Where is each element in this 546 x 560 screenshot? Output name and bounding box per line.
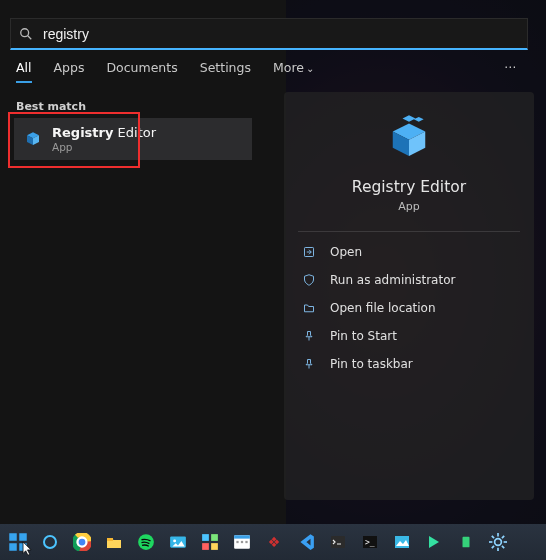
action-label: Open <box>330 245 362 259</box>
tab-apps[interactable]: Apps <box>54 60 85 83</box>
action-open[interactable]: Open <box>284 238 534 266</box>
action-run-as-administrator[interactable]: Run as administrator <box>284 266 534 294</box>
vscode-icon[interactable] <box>294 530 318 554</box>
tab-settings[interactable]: Settings <box>200 60 251 83</box>
open-icon <box>302 245 316 259</box>
svg-line-1 <box>28 35 32 39</box>
svg-line-44 <box>492 536 494 538</box>
svg-point-0 <box>21 28 29 36</box>
settings-icon[interactable] <box>486 530 510 554</box>
tab-more[interactable]: More⌄ <box>273 60 314 83</box>
overflow-button[interactable]: ⋯ <box>504 60 518 83</box>
registry-editor-icon <box>24 130 42 148</box>
calendar-icon[interactable] <box>230 530 254 554</box>
action-open-file-location[interactable]: Open file location <box>284 294 534 322</box>
svg-line-45 <box>502 546 504 548</box>
svg-line-46 <box>502 536 504 538</box>
detail-panel: Registry Editor App Open Run as administ… <box>284 92 534 500</box>
svg-line-47 <box>492 546 494 548</box>
action-label: Run as administrator <box>330 273 455 287</box>
cortana-icon[interactable] <box>38 530 62 554</box>
svg-rect-38 <box>463 537 470 548</box>
svg-rect-26 <box>211 534 218 541</box>
result-text: Registry Editor App <box>52 125 156 153</box>
svg-rect-30 <box>234 535 250 538</box>
action-label: Open file location <box>330 301 436 315</box>
tab-all[interactable]: All <box>16 60 32 83</box>
svg-rect-31 <box>236 541 238 543</box>
search-input[interactable] <box>43 26 519 42</box>
svg-rect-14 <box>19 543 27 551</box>
svg-rect-11 <box>9 533 17 541</box>
svg-rect-21 <box>107 538 113 541</box>
android-app-icon[interactable] <box>454 530 478 554</box>
detail-title: Registry Editor <box>284 178 534 196</box>
action-label: Pin to taskbar <box>330 357 413 371</box>
svg-marker-8 <box>403 115 416 122</box>
filter-tabs: All Apps Documents Settings More⌄ ⋯ <box>16 60 528 83</box>
widgets-icon[interactable] <box>198 530 222 554</box>
image-viewer-icon[interactable] <box>390 530 414 554</box>
tab-documents[interactable]: Documents <box>106 60 177 83</box>
game-icon[interactable]: ❖ <box>262 530 286 554</box>
detail-actions: Open Run as administrator Open file loca… <box>284 238 534 378</box>
command-prompt-icon[interactable]: >_ <box>358 530 382 554</box>
action-label: Pin to Start <box>330 329 397 343</box>
svg-rect-34 <box>331 536 345 548</box>
chrome-icon[interactable] <box>70 530 94 554</box>
svg-point-20 <box>79 539 86 546</box>
svg-rect-33 <box>245 541 247 543</box>
svg-rect-25 <box>202 534 209 541</box>
svg-text:>_: >_ <box>365 538 375 547</box>
divider <box>298 231 520 232</box>
svg-rect-12 <box>19 533 27 541</box>
detail-subtitle: App <box>284 200 534 213</box>
play-store-icon[interactable] <box>422 530 446 554</box>
terminal-icon[interactable] <box>326 530 350 554</box>
svg-point-39 <box>495 539 502 546</box>
photos-icon[interactable] <box>166 530 190 554</box>
svg-point-24 <box>173 539 176 542</box>
best-match-label: Best match <box>16 100 86 113</box>
search-icon <box>19 27 35 41</box>
search-box[interactable] <box>10 18 528 50</box>
svg-rect-13 <box>9 543 17 551</box>
pin-icon <box>302 357 316 371</box>
result-registry-editor[interactable]: Registry Editor App <box>14 118 252 160</box>
spotify-icon[interactable] <box>134 530 158 554</box>
registry-editor-large-icon <box>284 112 534 164</box>
action-pin-to-start[interactable]: Pin to Start <box>284 322 534 350</box>
action-pin-to-taskbar[interactable]: Pin to taskbar <box>284 350 534 378</box>
svg-point-15 <box>44 536 56 548</box>
svg-rect-27 <box>202 543 209 550</box>
pin-icon <box>302 329 316 343</box>
start-button[interactable] <box>6 530 30 554</box>
chevron-down-icon: ⌄ <box>306 63 314 74</box>
folder-icon <box>302 301 316 315</box>
taskbar: ❖ >_ <box>0 524 546 560</box>
shield-icon <box>302 273 316 287</box>
svg-rect-28 <box>211 543 218 550</box>
file-explorer-icon[interactable] <box>102 530 126 554</box>
svg-rect-32 <box>241 541 243 543</box>
svg-marker-9 <box>414 117 424 122</box>
